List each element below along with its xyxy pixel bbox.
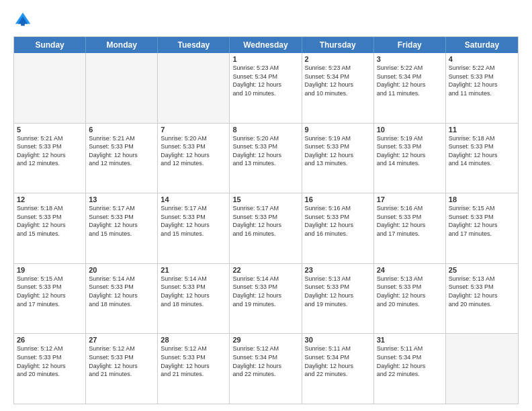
day-cell: 10Sunrise: 5:19 AM Sunset: 5:33 PM Dayli… [374, 124, 446, 193]
day-number: 15 [232, 195, 298, 203]
day-cell: 8Sunrise: 5:20 AM Sunset: 5:33 PM Daylig… [230, 124, 302, 193]
day-number: 13 [89, 195, 154, 203]
header-tuesday: Tuesday [158, 37, 230, 53]
day-number: 26 [17, 336, 83, 344]
day-cell [14, 53, 86, 123]
day-number: 10 [377, 126, 443, 134]
day-cell: 5Sunrise: 5:21 AM Sunset: 5:33 PM Daylig… [14, 124, 86, 193]
day-info: Sunrise: 5:11 AM Sunset: 5:34 PM Dayligh… [305, 345, 371, 378]
day-number: 14 [161, 195, 226, 203]
day-cell: 20Sunrise: 5:14 AM Sunset: 5:33 PM Dayli… [86, 264, 158, 334]
header-wednesday: Wednesday [230, 37, 302, 53]
day-number: 21 [161, 266, 226, 274]
day-info: Sunrise: 5:16 AM Sunset: 5:33 PM Dayligh… [305, 204, 371, 238]
day-cell: 22Sunrise: 5:14 AM Sunset: 5:33 PM Dayli… [230, 264, 302, 334]
day-cell: 9Sunrise: 5:19 AM Sunset: 5:33 PM Daylig… [302, 124, 374, 193]
day-cell: 27Sunrise: 5:12 AM Sunset: 5:33 PM Dayli… [86, 334, 158, 404]
day-info: Sunrise: 5:20 AM Sunset: 5:33 PM Dayligh… [232, 134, 298, 168]
day-info: Sunrise: 5:12 AM Sunset: 5:33 PM Dayligh… [89, 345, 154, 378]
day-info: Sunrise: 5:15 AM Sunset: 5:33 PM Dayligh… [17, 275, 83, 308]
day-cell: 23Sunrise: 5:13 AM Sunset: 5:33 PM Dayli… [302, 264, 374, 334]
day-info: Sunrise: 5:12 AM Sunset: 5:34 PM Dayligh… [232, 345, 298, 378]
calendar: Sunday Monday Tuesday Wednesday Thursday… [13, 36, 519, 404]
day-number: 4 [449, 55, 515, 63]
calendar-body: 1Sunrise: 5:23 AM Sunset: 5:34 PM Daylig… [14, 53, 518, 404]
day-number: 27 [89, 336, 154, 344]
week-row-1: 1Sunrise: 5:23 AM Sunset: 5:34 PM Daylig… [14, 53, 518, 123]
day-cell: 21Sunrise: 5:14 AM Sunset: 5:33 PM Dayli… [158, 264, 230, 334]
day-number: 29 [232, 336, 298, 344]
day-cell: 14Sunrise: 5:17 AM Sunset: 5:33 PM Dayli… [158, 193, 230, 263]
day-info: Sunrise: 5:18 AM Sunset: 5:33 PM Dayligh… [449, 134, 515, 168]
header-thursday: Thursday [302, 37, 374, 53]
logo-icon [13, 11, 32, 30]
day-info: Sunrise: 5:12 AM Sunset: 5:33 PM Dayligh… [161, 345, 226, 378]
day-cell: 30Sunrise: 5:11 AM Sunset: 5:34 PM Dayli… [302, 334, 374, 404]
day-cell: 15Sunrise: 5:17 AM Sunset: 5:33 PM Dayli… [230, 193, 302, 263]
day-cell: 19Sunrise: 5:15 AM Sunset: 5:33 PM Dayli… [14, 264, 86, 334]
day-number: 31 [377, 336, 443, 344]
day-info: Sunrise: 5:11 AM Sunset: 5:34 PM Dayligh… [377, 345, 443, 378]
day-info: Sunrise: 5:13 AM Sunset: 5:33 PM Dayligh… [305, 275, 371, 308]
day-info: Sunrise: 5:15 AM Sunset: 5:33 PM Dayligh… [449, 204, 515, 238]
week-row-5: 26Sunrise: 5:12 AM Sunset: 5:33 PM Dayli… [14, 333, 518, 404]
day-cell: 31Sunrise: 5:11 AM Sunset: 5:34 PM Dayli… [374, 334, 446, 404]
day-cell [446, 334, 518, 404]
day-number: 23 [305, 266, 371, 274]
day-cell: 24Sunrise: 5:13 AM Sunset: 5:33 PM Dayli… [374, 264, 446, 334]
day-info: Sunrise: 5:19 AM Sunset: 5:33 PM Dayligh… [377, 134, 443, 168]
day-cell [158, 53, 230, 123]
day-number: 19 [17, 266, 83, 274]
day-info: Sunrise: 5:19 AM Sunset: 5:33 PM Dayligh… [305, 134, 371, 168]
day-cell: 11Sunrise: 5:18 AM Sunset: 5:33 PM Dayli… [446, 124, 518, 193]
header-friday: Friday [374, 37, 446, 53]
day-info: Sunrise: 5:23 AM Sunset: 5:34 PM Dayligh… [232, 64, 298, 97]
header-saturday: Saturday [446, 37, 518, 53]
page-header [13, 11, 519, 30]
day-number: 25 [449, 266, 515, 274]
week-row-3: 12Sunrise: 5:18 AM Sunset: 5:33 PM Dayli… [14, 193, 518, 263]
day-info: Sunrise: 5:16 AM Sunset: 5:33 PM Dayligh… [377, 204, 443, 238]
day-info: Sunrise: 5:21 AM Sunset: 5:33 PM Dayligh… [89, 134, 154, 168]
day-number: 5 [17, 126, 83, 134]
week-row-2: 5Sunrise: 5:21 AM Sunset: 5:33 PM Daylig… [14, 123, 518, 193]
day-number: 24 [377, 266, 443, 274]
day-info: Sunrise: 5:13 AM Sunset: 5:33 PM Dayligh… [377, 275, 443, 308]
day-info: Sunrise: 5:20 AM Sunset: 5:33 PM Dayligh… [161, 134, 226, 168]
day-info: Sunrise: 5:23 AM Sunset: 5:34 PM Dayligh… [305, 64, 371, 97]
day-info: Sunrise: 5:21 AM Sunset: 5:33 PM Dayligh… [17, 134, 83, 168]
day-number: 11 [449, 126, 515, 134]
day-number: 3 [377, 55, 443, 63]
day-number: 9 [305, 126, 371, 134]
day-cell: 16Sunrise: 5:16 AM Sunset: 5:33 PM Dayli… [302, 193, 374, 263]
day-number: 28 [161, 336, 226, 344]
day-cell: 3Sunrise: 5:22 AM Sunset: 5:34 PM Daylig… [374, 53, 446, 123]
day-cell: 17Sunrise: 5:16 AM Sunset: 5:33 PM Dayli… [374, 193, 446, 263]
day-cell: 4Sunrise: 5:22 AM Sunset: 5:33 PM Daylig… [446, 53, 518, 123]
day-cell: 7Sunrise: 5:20 AM Sunset: 5:33 PM Daylig… [158, 124, 230, 193]
logo [13, 11, 35, 30]
day-info: Sunrise: 5:14 AM Sunset: 5:33 PM Dayligh… [161, 275, 226, 308]
header-monday: Monday [86, 37, 158, 53]
day-number: 12 [17, 195, 83, 203]
day-info: Sunrise: 5:14 AM Sunset: 5:33 PM Dayligh… [232, 275, 298, 308]
day-cell: 25Sunrise: 5:13 AM Sunset: 5:33 PM Dayli… [446, 264, 518, 334]
day-info: Sunrise: 5:22 AM Sunset: 5:34 PM Dayligh… [377, 64, 443, 97]
day-cell: 29Sunrise: 5:12 AM Sunset: 5:34 PM Dayli… [230, 334, 302, 404]
day-cell: 26Sunrise: 5:12 AM Sunset: 5:33 PM Dayli… [14, 334, 86, 404]
day-cell [86, 53, 158, 123]
day-info: Sunrise: 5:12 AM Sunset: 5:33 PM Dayligh… [17, 345, 83, 378]
day-info: Sunrise: 5:17 AM Sunset: 5:33 PM Dayligh… [232, 204, 298, 238]
day-number: 17 [377, 195, 443, 203]
day-number: 6 [89, 126, 154, 134]
day-headers-row: Sunday Monday Tuesday Wednesday Thursday… [14, 37, 518, 53]
svg-rect-2 [21, 22, 25, 26]
week-row-4: 19Sunrise: 5:15 AM Sunset: 5:33 PM Dayli… [14, 263, 518, 334]
day-number: 16 [305, 195, 371, 203]
day-cell: 1Sunrise: 5:23 AM Sunset: 5:34 PM Daylig… [230, 53, 302, 123]
day-cell: 6Sunrise: 5:21 AM Sunset: 5:33 PM Daylig… [86, 124, 158, 193]
day-number: 1 [232, 55, 298, 63]
day-info: Sunrise: 5:17 AM Sunset: 5:33 PM Dayligh… [161, 204, 226, 238]
day-info: Sunrise: 5:17 AM Sunset: 5:33 PM Dayligh… [89, 204, 154, 238]
day-cell: 13Sunrise: 5:17 AM Sunset: 5:33 PM Dayli… [86, 193, 158, 263]
